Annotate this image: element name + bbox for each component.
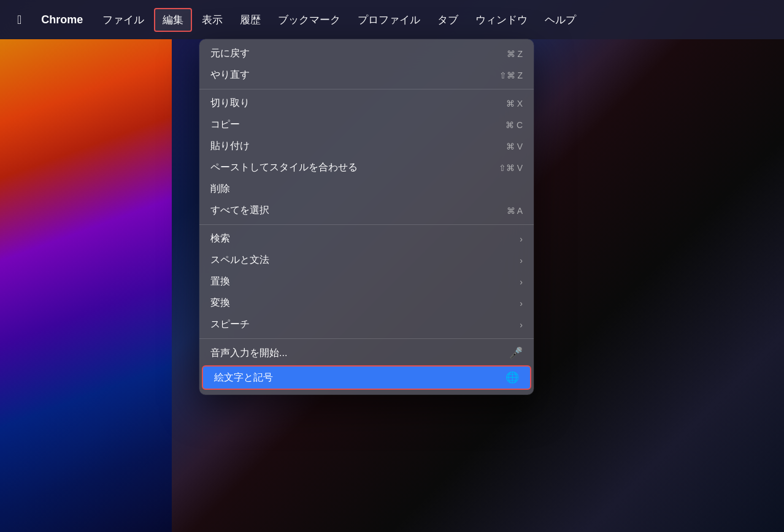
menu-item-spelling[interactable]: スペルと文法 › [199, 249, 534, 271]
menu-item-paste-style[interactable]: ペーストしてスタイルを合わせる ⇧⌘ V [199, 157, 534, 178]
menu-item-speech-label: スピーチ [210, 318, 510, 331]
globe-icon: 🌐 [505, 371, 519, 384]
menubar-item-profiles[interactable]: プロファイル [350, 9, 428, 31]
menu-item-select-all-shortcut: ⌘ A [507, 206, 523, 216]
menu-item-redo-label: やり直す [210, 69, 490, 82]
separator-3 [199, 338, 534, 339]
menubar-item-window[interactable]: ウィンドウ [468, 9, 535, 31]
app-name[interactable]: Chrome [34, 10, 90, 30]
menubar-item-edit[interactable]: 編集 [154, 8, 192, 32]
separator-2 [199, 224, 534, 225]
menubar-item-help[interactable]: ヘルプ [537, 9, 583, 31]
substitutions-arrow-icon: › [520, 277, 523, 287]
menubar-item-file[interactable]: ファイル [95, 9, 152, 31]
menu-item-paste-label: 貼り付け [210, 140, 496, 153]
menu-item-emoji-label: 絵文字と記号 [214, 371, 498, 384]
microphone-icon: 🎤 [509, 346, 523, 360]
menu-item-undo-label: 元に戻す [210, 47, 497, 60]
transformations-arrow-icon: › [520, 298, 523, 308]
menu-item-select-all[interactable]: すべてを選択 ⌘ A [199, 200, 534, 221]
menubar-item-history[interactable]: 履歴 [233, 9, 268, 31]
menu-item-copy[interactable]: コピー ⌘ C [199, 114, 534, 135]
menu-item-emoji[interactable]: 絵文字と記号 🌐 [202, 365, 531, 390]
menu-item-find-label: 検索 [210, 232, 510, 245]
menu-item-transformations-label: 変換 [210, 297, 510, 310]
menu-item-copy-shortcut: ⌘ C [505, 120, 523, 130]
menu-item-paste-shortcut: ⌘ V [506, 142, 523, 151]
menu-item-copy-label: コピー [210, 118, 496, 131]
menu-item-cut[interactable]: 切り取り ⌘ X [199, 93, 534, 114]
find-arrow-icon: › [520, 234, 523, 244]
menu-item-paste-style-label: ペーストしてスタイルを合わせる [210, 161, 489, 174]
menubar-item-bookmarks[interactable]: ブックマーク [271, 9, 348, 31]
spelling-arrow-icon: › [520, 256, 523, 265]
menu-item-find[interactable]: 検索 › [199, 228, 534, 249]
speech-arrow-icon: › [520, 320, 523, 330]
apple-menu[interactable]:  [10, 9, 29, 31]
menu-item-redo[interactable]: やり直す ⇧⌘ Z [199, 64, 534, 86]
menu-item-substitutions[interactable]: 置換 › [199, 271, 534, 292]
menu-item-spelling-label: スペルと文法 [210, 254, 510, 267]
separator-1 [199, 89, 534, 89]
menu-item-substitutions-label: 置換 [210, 275, 510, 288]
menu-item-dictation[interactable]: 音声入力を開始... 🎤 [199, 342, 534, 364]
menu-item-cut-shortcut: ⌘ X [506, 99, 523, 108]
menubar:  Chrome ファイル 編集 表示 履歴 ブックマーク プロファイル タブ … [0, 0, 784, 39]
menubar-item-view[interactable]: 表示 [194, 9, 230, 31]
menu-item-paste-style-shortcut: ⇧⌘ V [499, 163, 523, 173]
menu-item-speech[interactable]: スピーチ › [199, 314, 534, 335]
menu-item-paste[interactable]: 貼り付け ⌘ V [199, 135, 534, 157]
menu-item-transformations[interactable]: 変換 › [199, 292, 534, 314]
menu-item-dictation-label: 音声入力を開始... [210, 347, 502, 360]
menu-item-select-all-label: すべてを選択 [210, 204, 497, 217]
edit-dropdown-menu: 元に戻す ⌘ Z やり直す ⇧⌘ Z 切り取り ⌘ X コピー ⌘ C 貼り付け… [199, 39, 534, 395]
menu-item-delete[interactable]: 削除 [199, 178, 534, 200]
menu-item-redo-shortcut: ⇧⌘ Z [499, 70, 523, 80]
menu-item-undo-shortcut: ⌘ Z [507, 49, 523, 59]
menubar-item-tabs[interactable]: タブ [430, 9, 466, 31]
menu-item-delete-label: 削除 [210, 183, 513, 196]
menu-item-cut-label: 切り取り [210, 97, 496, 110]
menu-item-undo[interactable]: 元に戻す ⌘ Z [199, 43, 534, 64]
desktop-color-decoration [0, 39, 172, 532]
